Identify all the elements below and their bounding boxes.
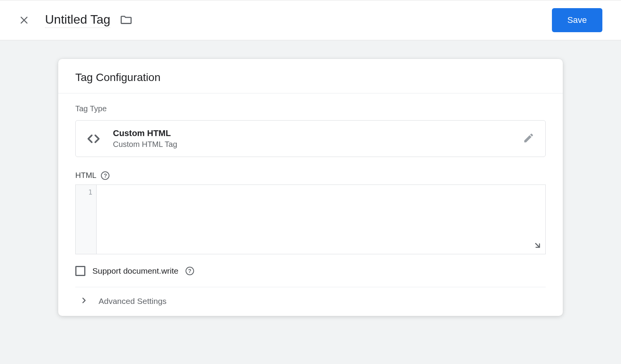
tag-type-subtitle: Custom HTML Tag [113,140,523,149]
folder-icon [120,14,133,27]
close-button[interactable] [19,15,29,26]
html-field-label: HTML [75,171,96,180]
html-label-row: HTML ? [75,171,546,180]
top-bar: Untitled Tag Save [0,0,621,40]
edit-tag-type-button[interactable] [523,132,534,145]
tag-type-name: Custom HTML [113,128,523,138]
code-textarea[interactable] [97,185,545,254]
help-icon: ? [104,173,107,179]
help-icon: ? [188,268,192,274]
line-number: 1 [76,188,92,196]
resize-handle[interactable] [533,241,542,252]
pencil-icon [523,132,534,144]
tag-type-selector[interactable]: Custom HTML Custom HTML Tag [75,120,546,157]
support-doc-write-checkbox[interactable] [75,266,85,276]
tag-type-label: Tag Type [75,104,546,113]
tag-type-text: Custom HTML Custom HTML Tag [113,128,523,149]
doc-write-help-button[interactable]: ? [186,267,194,275]
canvas: Tag Configuration Tag Type Custom HTML C… [0,40,621,316]
html-code-editor[interactable]: 1 [75,185,546,254]
folder-button[interactable] [120,14,133,27]
chevron-right-icon [80,297,88,306]
tag-configuration-card: Tag Configuration Tag Type Custom HTML C… [58,59,563,316]
svg-line-2 [536,243,539,247]
editor-gutter: 1 [76,185,97,254]
tag-config-section: Tag Type Custom HTML Custom HTML Tag HTM… [58,93,563,311]
resize-icon [533,241,542,250]
tag-title-input[interactable]: Untitled Tag [45,12,110,28]
support-doc-write-label: Support document.write [92,266,179,276]
card-title: Tag Configuration [75,71,546,84]
code-icon [87,132,101,146]
advanced-settings-toggle[interactable]: Advanced Settings [75,287,546,311]
close-icon [19,15,29,25]
card-header: Tag Configuration [58,59,563,93]
advanced-settings-label: Advanced Settings [99,297,167,306]
html-help-button[interactable]: ? [101,171,109,180]
support-doc-write-row: Support document.write ? [75,266,546,287]
save-button[interactable]: Save [552,8,602,32]
